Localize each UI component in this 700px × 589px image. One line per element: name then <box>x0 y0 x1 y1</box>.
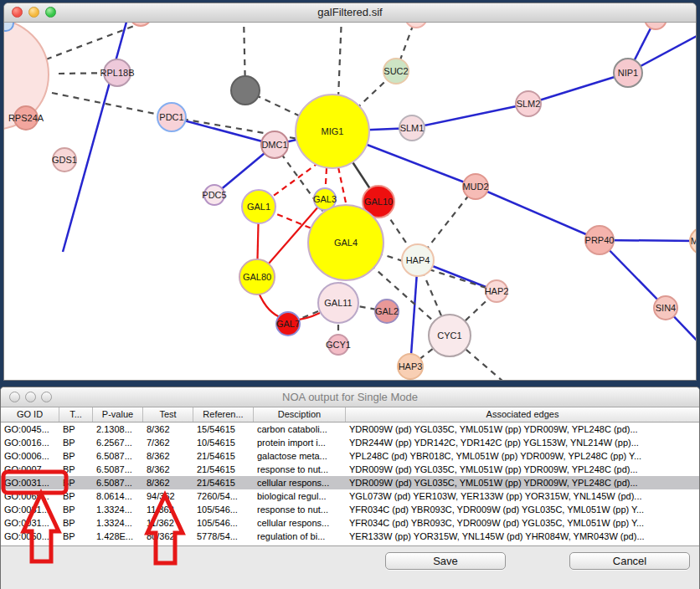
node-label: GAL80 <box>243 272 271 282</box>
cell-associated: YDR244W (pp) YDR142C, YDR142C (pp) YGL15… <box>346 436 699 449</box>
node-label: GAL11 <box>324 298 352 308</box>
window-controls-inactive <box>9 392 52 402</box>
node-label: GAL4 <box>334 238 358 248</box>
network-edge[interactable] <box>476 187 600 240</box>
node-label: HAP3 <box>399 361 423 371</box>
network-view[interactable]: RPL18BRPS24AGDS1PDC1DMC1SUC2SLM1SLM2NIP1… <box>4 23 696 381</box>
cell-p_value: 6.2567... <box>93 436 143 449</box>
node-label: DMC1 <box>261 140 287 150</box>
minimize-button-inactive[interactable] <box>25 392 36 402</box>
table-row[interactable]: GO:0065...BP8.0614...94/3627260/54...bio… <box>1 489 699 503</box>
top-pink-node-1-node[interactable] <box>130 23 152 26</box>
zoom-button[interactable] <box>45 7 56 18</box>
table-row[interactable]: GO:0031...BP1.3324...11/362105/546...cel… <box>1 516 699 530</box>
close-button[interactable] <box>12 7 23 18</box>
cell-go_id: GO:0006... <box>1 449 59 463</box>
cell-reference: 105/546... <box>193 503 254 516</box>
node-label: GAL3 <box>313 194 337 204</box>
node-label: HAP2 <box>485 286 509 296</box>
cell-associated: YFR034C (pd) YBR093C, YDR009W (pd) YGL03… <box>346 503 699 516</box>
cell-go_id: GO:0031... <box>1 503 59 516</box>
table-row[interactable]: GO:0045...BP2.1308...8/36215/54615carbon… <box>1 423 699 436</box>
node-label: RPS24A <box>8 113 44 123</box>
node-label: HAP4 <box>406 255 430 265</box>
cell-description: protein import i... <box>254 436 346 449</box>
cell-test: 80/362 <box>143 530 193 543</box>
node-label: GAL10 <box>364 197 393 207</box>
cell-p_value: 6.5087... <box>93 463 143 476</box>
network-window-titlebar[interactable]: galFiltered.sif <box>4 3 696 23</box>
node-label: GAL7 <box>276 319 300 329</box>
cell-test: 8/362 <box>143 463 193 476</box>
cell-test: 94/362 <box>143 489 193 503</box>
cancel-button[interactable]: Cancel <box>569 552 690 570</box>
gray-node-node[interactable] <box>231 76 260 105</box>
cell-associated: YGL073W (pd) YER103W, YER133W (pp) YOR31… <box>346 489 699 503</box>
network-edge[interactable] <box>63 23 128 252</box>
cell-reference: 21/54615 <box>193 463 254 476</box>
network-edge[interactable] <box>172 117 275 145</box>
cell-description: galactose meta... <box>254 449 346 463</box>
cell-associated: YDR009W (pd) YGL035C, YML051W (pp) YDR00… <box>346 476 699 489</box>
zoom-button-inactive[interactable] <box>41 392 52 402</box>
network-canvas: RPL18BRPS24AGDS1PDC1DMC1SUC2SLM1SLM2NIP1… <box>4 23 696 381</box>
cell-p_value: 1.428E... <box>93 530 143 543</box>
node-label: SLM2 <box>517 99 541 109</box>
cell-description: response to nut... <box>254 463 346 476</box>
network-edge[interactable] <box>412 104 528 128</box>
node-label: SIN4 <box>656 303 676 313</box>
noa-window-titlebar[interactable]: NOA output for Single Mode <box>1 387 699 407</box>
network-edge[interactable] <box>52 93 172 117</box>
cell-type: BP <box>59 423 93 436</box>
cell-reference: 10/54615 <box>193 436 254 449</box>
column-header-p_value[interactable]: P-value <box>93 407 143 422</box>
column-header-associated[interactable]: Associated edges <box>346 407 699 422</box>
close-button-inactive[interactable] <box>9 392 20 402</box>
table-row[interactable]: GO:0016...BP6.2567...7/36210/54615protei… <box>1 436 699 449</box>
cell-description: regulation of bi... <box>254 530 346 543</box>
cell-test: 8/362 <box>143 476 193 489</box>
node-label: GAL2 <box>375 306 399 316</box>
cell-reference: 15/54615 <box>193 423 254 436</box>
column-header-description[interactable]: Desciption <box>254 407 346 422</box>
cell-test: 11/362 <box>143 503 193 516</box>
cell-go_id: GO:0007... <box>1 463 59 476</box>
cell-go_id: GO:0050... <box>1 530 59 543</box>
node-label: SUC2 <box>383 66 408 76</box>
cell-type: BP <box>59 476 93 489</box>
table-row[interactable]: GO:0031...BP1.3324...11/362105/546...res… <box>1 503 699 516</box>
network-edge[interactable] <box>528 73 628 104</box>
top-right-pink-node-node[interactable] <box>645 23 667 29</box>
table-row[interactable]: GO:0031...BP6.5087...8/36221/54615cellul… <box>1 476 699 489</box>
cell-go_id: GO:0031... <box>1 476 59 489</box>
noa-window-title: NOA output for Single Mode <box>282 391 418 403</box>
cell-description: carbon cataboli... <box>254 423 346 436</box>
cell-associated: YDR009W (pd) YGL035C, YML051W (pp) YDR00… <box>346 463 699 476</box>
cell-type: BP <box>59 436 93 449</box>
network-edge[interactable] <box>338 167 347 207</box>
node-label: MIG1 <box>322 126 344 136</box>
table-header: GO IDT...P-valueTestReferen...Desciption… <box>1 407 699 423</box>
column-header-test[interactable]: Test <box>143 407 193 422</box>
network-edge[interactable] <box>46 23 165 59</box>
cell-type: BP <box>59 530 93 543</box>
table-row[interactable]: GO:0006...BP6.5087...8/36221/54615galact… <box>1 449 699 463</box>
window-title: galFiltered.sif <box>317 6 382 18</box>
node-label: RPL18B <box>100 68 135 78</box>
table-row[interactable]: GO:0007...BP6.5087...8/36221/54615respon… <box>1 463 699 476</box>
column-header-go_id[interactable]: GO ID <box>1 407 59 422</box>
cell-test: 8/362 <box>143 449 193 463</box>
cell-description: cellular respons... <box>254 476 346 489</box>
cell-associated: YER133W (pp) YOR315W, YNL145W (pd) YHR08… <box>346 530 699 543</box>
top-pink-node-2-node[interactable] <box>405 23 427 28</box>
minimize-button[interactable] <box>28 7 39 18</box>
column-header-type[interactable]: T... <box>59 407 93 422</box>
cell-description: response to nut... <box>254 503 346 516</box>
table-row[interactable]: GO:0050...BP1.428E...80/3625778/54...reg… <box>1 530 699 543</box>
cell-p_value: 6.5087... <box>93 476 143 489</box>
node-label: PDC1 <box>159 112 183 122</box>
cell-associated: YPL248C (pd) YBR018C, YML051W (pp) YDR00… <box>346 449 699 463</box>
save-button[interactable]: Save <box>385 552 506 570</box>
node-label: GCY1 <box>326 340 351 350</box>
column-header-reference[interactable]: Referen... <box>193 407 254 422</box>
